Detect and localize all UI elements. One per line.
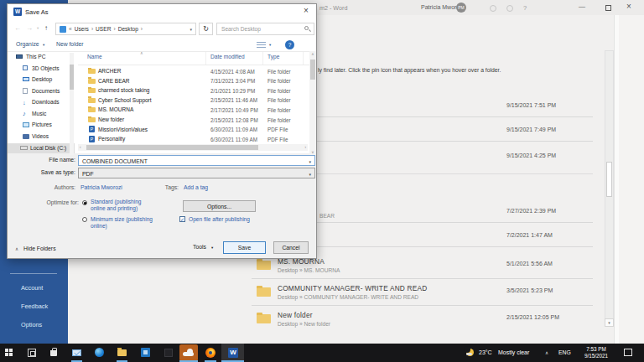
file-row[interactable]: Cyber School Support 2/15/2021 11:46 AM … bbox=[78, 96, 309, 106]
sidebar-item-local-disk[interactable]: Local Disk (C:) bbox=[30, 145, 66, 151]
weather-app-icon[interactable] bbox=[179, 344, 198, 361]
file-row[interactable]: CARE BEAR 7/31/2021 3:04 PM File folder bbox=[78, 76, 309, 86]
new-folder-button[interactable]: New folder bbox=[56, 41, 84, 47]
close-window-button[interactable]: × bbox=[626, 2, 631, 11]
sidebar-item-3d-objects[interactable]: 3D Objects bbox=[32, 65, 60, 71]
breadcrumb-users[interactable]: Users bbox=[75, 26, 89, 32]
start-button[interactable] bbox=[5, 349, 8, 352]
sidebar-item-pictures[interactable]: Pictures bbox=[32, 122, 52, 127]
tray-weather-condition[interactable]: Mostly clear bbox=[498, 349, 529, 355]
hidden-icons-chevron[interactable]: ∧ bbox=[545, 350, 548, 355]
file-row[interactable]: New folder 2/15/2021 12:08 PM File folde… bbox=[78, 115, 309, 125]
sidebar-item-account[interactable]: Account bbox=[21, 284, 43, 292]
list-scrollbar-thumb[interactable] bbox=[310, 59, 315, 80]
scroll-left-icon[interactable]: ‹ bbox=[80, 145, 81, 149]
scroll-down-icon[interactable]: ▾ bbox=[605, 318, 614, 327]
frown-feedback-icon[interactable] bbox=[506, 5, 513, 12]
mail-icon[interactable] bbox=[72, 349, 81, 356]
dialog-titlebar[interactable]: W Save As × bbox=[8, 4, 316, 19]
column-header-type[interactable]: Type bbox=[267, 54, 279, 59]
radio-minimum-label[interactable]: Minimum size (publishing online) bbox=[91, 216, 154, 230]
list-vertical-scrollbar[interactable]: ∧ ∨ bbox=[309, 51, 316, 155]
tray-temperature[interactable]: 23°C bbox=[479, 349, 492, 355]
search-icon[interactable] bbox=[304, 26, 309, 30]
task-view-icon[interactable] bbox=[28, 349, 36, 357]
restore-button[interactable] bbox=[605, 5, 611, 11]
radio-standard-label[interactable]: Standard (publishing online and printing… bbox=[91, 199, 154, 212]
file-row[interactable]: ARCHER 4/15/2021 4:08 AM File folder bbox=[78, 66, 309, 76]
list-horizontal-scrollbar[interactable]: ‹ › bbox=[78, 144, 308, 151]
action-center-icon[interactable] bbox=[624, 349, 632, 356]
chevron-down-icon[interactable]: ▾ bbox=[211, 246, 213, 250]
word-taskbar-button[interactable]: W bbox=[221, 344, 244, 362]
language-indicator[interactable]: ENG bbox=[558, 349, 571, 355]
sidebar-item-downloads[interactable]: Downloads bbox=[32, 99, 60, 105]
photos-app-icon[interactable] bbox=[141, 348, 150, 357]
column-header-date[interactable]: Date modified bbox=[210, 54, 245, 59]
history-dropdown-icon[interactable]: ▾ bbox=[37, 26, 39, 30]
help-icon[interactable]: ? bbox=[523, 4, 527, 12]
sidebar-item-this-pc[interactable]: This PC bbox=[26, 54, 45, 59]
column-divider[interactable] bbox=[205, 52, 206, 65]
address-breadcrumb[interactable]: « Users › USER › Desktop › ▾ bbox=[55, 23, 196, 35]
scroll-right-icon[interactable]: › bbox=[305, 145, 307, 149]
sidebar-item-desktop[interactable]: Desktop bbox=[32, 76, 52, 82]
hide-folders-button[interactable]: Hide Folders bbox=[23, 246, 56, 251]
file-name-input[interactable]: COMBINED DOCUMENT ▾ bbox=[78, 155, 315, 166]
refresh-button[interactable]: ↻ bbox=[199, 23, 213, 35]
recent-folder-row[interactable]: COMMUNITY MANAGER- WRITE AND READ Deskto… bbox=[252, 281, 593, 306]
store-icon[interactable] bbox=[50, 350, 57, 356]
view-options-icon[interactable] bbox=[257, 42, 266, 49]
authors-value[interactable]: Patricia Mworozi bbox=[80, 184, 122, 190]
sidebar-item-videos[interactable]: Videos bbox=[32, 133, 49, 139]
list-hscrollbar-thumb[interactable] bbox=[86, 145, 258, 150]
pinned-app-icon[interactable] bbox=[164, 349, 173, 357]
up-icon[interactable]: ↑ bbox=[44, 24, 48, 32]
scroll-up-icon[interactable]: ∧ bbox=[309, 52, 316, 56]
nav-scrollbar-thumb[interactable] bbox=[70, 65, 74, 90]
breadcrumb-user[interactable]: USER bbox=[96, 26, 111, 32]
cancel-button[interactable]: Cancel bbox=[273, 241, 309, 254]
chevron-down-icon[interactable]: ▾ bbox=[269, 43, 271, 47]
help-icon[interactable]: ? bbox=[285, 40, 294, 49]
add-tag-link[interactable]: Add a tag bbox=[184, 184, 208, 190]
minimize-button[interactable]: — bbox=[579, 3, 585, 10]
backstage-scrollbar-thumb[interactable] bbox=[606, 162, 612, 197]
close-icon[interactable]: × bbox=[296, 4, 316, 18]
open-after-publishing-label[interactable]: Open file after publishing bbox=[189, 216, 250, 222]
column-header-name[interactable]: Name bbox=[87, 54, 102, 59]
column-divider[interactable] bbox=[262, 52, 263, 65]
open-after-publishing-checkbox[interactable]: ✓ bbox=[179, 216, 185, 222]
avatar[interactable]: PM bbox=[456, 3, 466, 13]
column-divider[interactable] bbox=[303, 52, 304, 65]
chevron-down-icon[interactable]: ▾ bbox=[309, 172, 311, 177]
scroll-down-icon[interactable]: ∨ bbox=[309, 150, 316, 154]
file-explorer-icon[interactable] bbox=[117, 349, 127, 356]
options-button[interactable]: Options... bbox=[183, 200, 256, 212]
sidebar-item-documents[interactable]: Documents bbox=[32, 88, 60, 94]
search-input[interactable]: Search Desktop bbox=[216, 23, 314, 35]
radio-standard[interactable] bbox=[82, 200, 87, 205]
file-row[interactable]: P Personality 6/30/2021 11:09 AM PDF Fil… bbox=[78, 134, 309, 144]
sidebar-item-music[interactable]: Music bbox=[32, 111, 46, 116]
recent-folder-row[interactable]: New folder Desktop » New folder 2/15/202… bbox=[252, 308, 593, 333]
forward-icon[interactable]: → bbox=[26, 24, 33, 32]
organize-button[interactable]: Organize bbox=[16, 41, 39, 47]
firefox-icon[interactable] bbox=[205, 348, 216, 358]
chevron-down-icon[interactable]: ▾ bbox=[309, 159, 311, 164]
edge-browser-icon[interactable] bbox=[95, 348, 104, 357]
file-row[interactable]: charmed stock taking 2/1/2021 10:29 PM F… bbox=[78, 85, 309, 96]
weather-moon-icon[interactable] bbox=[466, 349, 474, 356]
sidebar-item-feedback[interactable]: Feedback bbox=[21, 303, 48, 310]
nav-scrollbar[interactable] bbox=[70, 53, 74, 155]
tools-button[interactable]: Tools bbox=[193, 244, 206, 250]
smiley-feedback-icon[interactable] bbox=[490, 5, 496, 12]
back-icon[interactable]: ← bbox=[14, 24, 21, 32]
file-row[interactable]: MS. MOURNA 2/17/2021 10:49 PM File folde… bbox=[78, 105, 309, 115]
file-row[interactable]: P MissionVisionValues 6/30/2021 11:09 AM… bbox=[78, 125, 309, 135]
save-as-type-select[interactable]: PDF ▾ bbox=[78, 168, 315, 178]
breadcrumb-desktop[interactable]: Desktop bbox=[118, 26, 138, 32]
chevron-down-icon[interactable]: ▾ bbox=[190, 27, 192, 32]
clock[interactable]: 7:53 PM 9/15/2021 bbox=[579, 346, 614, 359]
radio-minimum-size[interactable] bbox=[82, 217, 87, 222]
